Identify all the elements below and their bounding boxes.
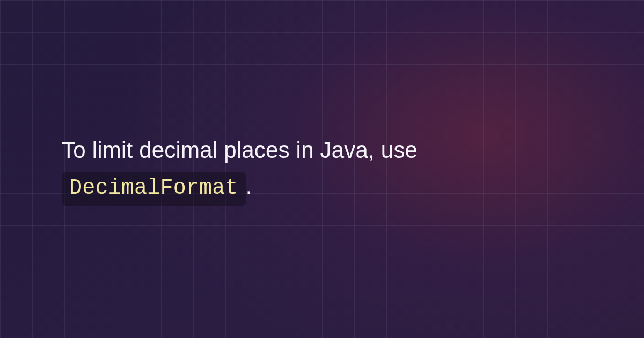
card-content: To limit decimal places in Java, use Dec… xyxy=(0,132,537,206)
headline-post: . xyxy=(246,173,252,199)
og-card: To limit decimal places in Java, use Dec… xyxy=(0,0,644,338)
code-token: DecimalFormat xyxy=(62,172,246,206)
headline-text: To limit decimal places in Java, use Dec… xyxy=(62,132,483,206)
headline-pre: To limit decimal places in Java, use xyxy=(62,137,418,163)
